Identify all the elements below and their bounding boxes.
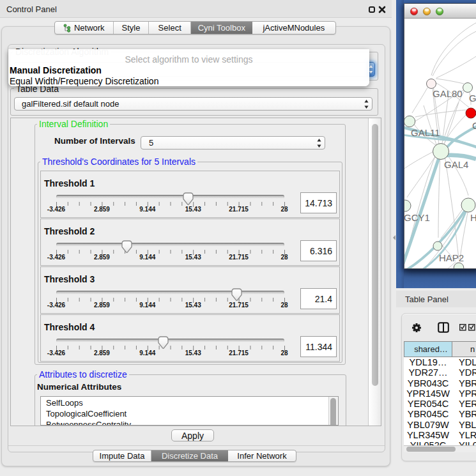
svg-text:GCY1: GCY1 (404, 212, 430, 223)
svg-text:C: C (472, 120, 476, 131)
svg-text:GAL80: GAL80 (433, 88, 463, 99)
svg-text:HAP2: HAP2 (439, 252, 464, 263)
svg-text:H: H (470, 212, 476, 223)
svg-text:GAL11: GAL11 (411, 127, 440, 138)
svg-text:GAL4: GAL4 (444, 159, 468, 170)
svg-text:GA: GA (469, 93, 476, 104)
